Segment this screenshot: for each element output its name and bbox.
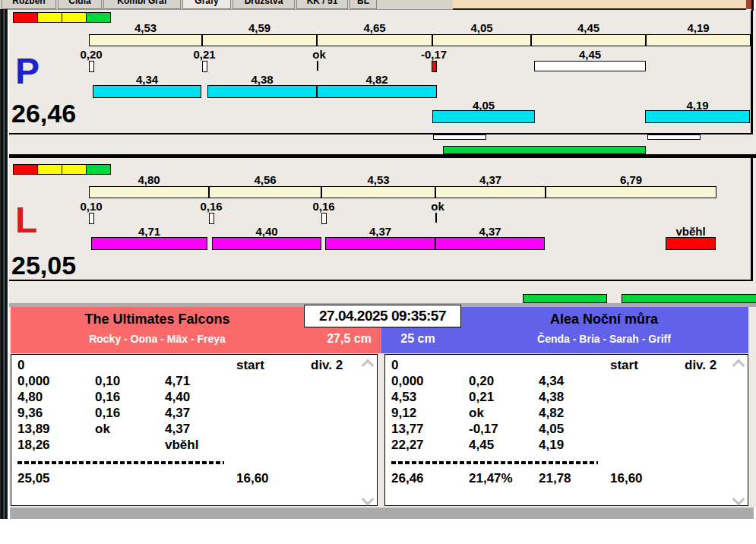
table-cell: 0,16 (95, 390, 120, 404)
table-header-cell: start (236, 358, 264, 372)
lane-total-time: 25,05 (11, 252, 76, 278)
table-cell: 13,77 (391, 422, 424, 436)
dog-time-label: vběhl (675, 226, 705, 237)
tab-kk-51[interactable]: KK / 51 (296, 0, 348, 9)
checkpoint-marker (432, 61, 437, 72)
split-time-label: 6,79 (620, 174, 642, 185)
toolbar-corner (746, 0, 751, 9)
lane-letter: L (15, 202, 37, 239)
checkpoint-tick (435, 213, 437, 223)
status-light (62, 12, 87, 23)
team-name-left: The Ultimates Falcons (11, 312, 304, 327)
checkpoint-marker (89, 61, 94, 72)
split-segment (546, 186, 716, 198)
app-window: RozběhČidlaKombi GrafGrafyDružstvaKK / 5… (0, 0, 756, 544)
table-cell: 4,53 (391, 390, 416, 404)
team-dogs-right: Čenda - Bria - Sarah - Griff (460, 333, 748, 345)
change-time-label: ok (431, 201, 444, 212)
results-list-left[interactable]: 0startdiv. 20,0000,104,714,800,164,409,3… (11, 354, 378, 506)
change-time-label: ok (312, 49, 326, 60)
split-segment (209, 186, 321, 198)
split-segment (317, 34, 432, 46)
dog-time-bar (435, 237, 545, 250)
change-time-label: 0,16 (312, 201, 334, 212)
heat-green-bar (443, 146, 646, 154)
status-light (86, 164, 111, 175)
table-cell: ok (95, 422, 110, 436)
dog-time-bar (93, 85, 201, 98)
split-segment (89, 34, 202, 46)
split-segment (89, 186, 209, 198)
split-time-label: 4,19 (687, 22, 709, 33)
change-time-label: 0,16 (200, 201, 222, 212)
split-segment (435, 186, 546, 198)
table-cell: 4,19 (539, 438, 564, 452)
tab-bl[interactable]: BL (350, 0, 377, 9)
split-time-label: 4,53 (134, 22, 157, 33)
open-bar-label: 4,45 (579, 49, 601, 60)
table-cell: 4,38 (539, 390, 564, 404)
table-cell: 0,10 (95, 374, 120, 388)
table-cell: 9,12 (391, 406, 416, 420)
scroll-up-icon[interactable] (732, 359, 745, 372)
status-light (62, 164, 87, 175)
table-summary-cell: 16,60 (610, 471, 643, 485)
datetime-display: 27.04.2025 09:35:57 (304, 305, 461, 327)
table-summary-cell: 26,46 (391, 471, 424, 485)
dog-time-bar (432, 110, 535, 123)
dog-time-bar (325, 237, 435, 250)
table-cell: 4,80 (17, 390, 43, 404)
window-left-edge (0, 9, 8, 519)
results-list-right[interactable]: 0startdiv. 20,0000,204,344,530,214,389,1… (384, 354, 748, 506)
lane-panel-l: 4,804,564,534,376,790,100,160,16ok4,714,… (9, 158, 753, 281)
table-cell: 4,37 (165, 422, 190, 436)
dog-time-bar (645, 110, 750, 123)
toolbar-strip (453, 0, 746, 10)
bottom-strip (10, 508, 754, 519)
table-cell: 4,40 (165, 390, 190, 404)
split-time-label: 4,37 (479, 174, 501, 185)
change-time-label: 0,10 (80, 201, 102, 212)
checkpoint-tick (317, 61, 318, 71)
split-time-label: 4,59 (248, 22, 270, 33)
rerun-white-bar (433, 134, 486, 140)
table-cell: 9,36 (17, 406, 43, 420)
scroll-up-icon[interactable] (362, 359, 375, 372)
split-time-label: 4,80 (138, 174, 160, 185)
table-header-cell: div. 2 (685, 358, 716, 372)
heat-green-bar (622, 294, 756, 303)
table-summary-cell: 25,05 (17, 471, 50, 485)
heat-green-bar (523, 294, 607, 303)
tab-kombi-graf[interactable]: Kombi Graf (103, 0, 181, 9)
table-cell: vběhl (165, 438, 198, 452)
table-header-cell: start (610, 358, 638, 372)
table-cell: 13,89 (17, 422, 50, 436)
scroll-down-icon[interactable] (362, 493, 375, 506)
tab--idla[interactable]: Čidla (58, 0, 102, 9)
status-light (13, 12, 38, 23)
dog-time-bar (666, 237, 716, 250)
dog-time-label: 4,19 (686, 100, 708, 111)
dog-time-label: 4,34 (136, 74, 158, 85)
dog-time-label: 4,40 (255, 226, 277, 237)
team-name-right: Alea Noční můra (460, 312, 748, 327)
status-light (86, 12, 111, 23)
jump-height-right: 25 cm (391, 332, 444, 346)
tab-rozb-h[interactable]: Rozběh (2, 0, 56, 9)
separator-dashes (391, 461, 598, 464)
change-time-label: 0,20 (80, 49, 102, 60)
separator-dashes (17, 461, 224, 464)
rerun-white-bar (647, 134, 701, 140)
split-time-label: 4,56 (254, 174, 276, 185)
checkpoint-marker (202, 61, 207, 72)
tab-dru-stva[interactable]: Družstva (232, 0, 295, 9)
table-cell: 4,82 (539, 406, 564, 420)
table-header-cell: 0 (17, 358, 24, 372)
tab-grafy[interactable]: Grafy (182, 0, 231, 9)
table-cell: 18,26 (17, 438, 50, 452)
split-segment (321, 186, 435, 198)
dog-time-label: 4,37 (479, 226, 501, 237)
team-dogs-left: Rocky - Oona - Mäx - Freya (11, 333, 304, 345)
scroll-down-icon[interactable] (732, 493, 745, 506)
lane-letter: P (15, 53, 40, 90)
